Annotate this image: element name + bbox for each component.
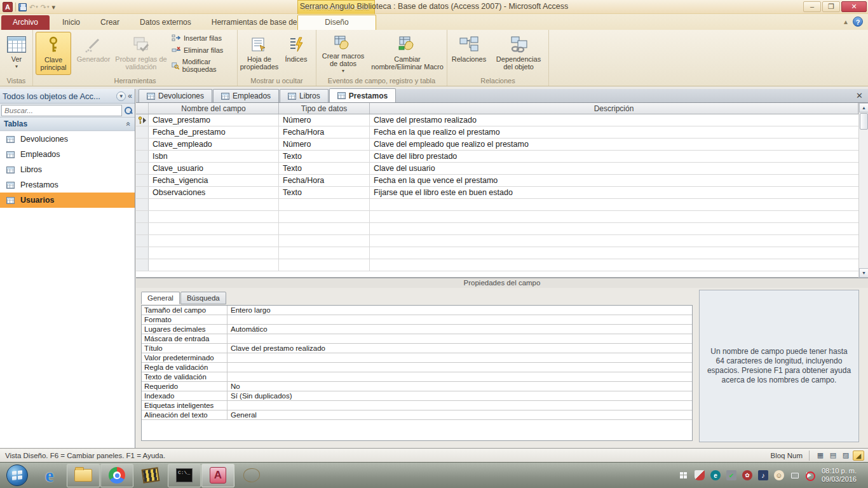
taskbar-movie-maker[interactable] — [134, 464, 167, 487]
empty-field-row[interactable] — [136, 199, 858, 211]
nav-group-tablas[interactable]: Tablas « — [0, 118, 135, 131]
nav-item-usuarios[interactable]: Usuarios — [0, 193, 135, 208]
shutter-bar-icon[interactable]: « — [128, 92, 132, 100]
tab-crear[interactable]: Crear — [90, 15, 130, 30]
field-row[interactable]: Clave_prestamo Número Clave del prestamo… — [136, 114, 858, 126]
row-selector[interactable] — [136, 163, 149, 174]
tab-busqueda[interactable]: Búsqueda — [180, 292, 226, 304]
taskbar-access[interactable]: A — [201, 464, 234, 487]
design-view-icon[interactable]: ◢ — [853, 451, 864, 461]
indices-button[interactable]: Índices — [280, 32, 313, 75]
property-row[interactable]: Máscara de entrada — [142, 334, 692, 344]
ver-button[interactable]: Ver ▾ — [0, 32, 36, 75]
row-selector[interactable] — [136, 175, 149, 186]
nav-menu-icon[interactable]: ▼ — [116, 92, 126, 101]
scroll-up-icon[interactable]: ▲ — [859, 103, 868, 112]
taskbar-command-prompt[interactable]: C:\_ — [168, 464, 201, 487]
relaciones-button[interactable]: Relaciones — [449, 32, 489, 75]
property-row[interactable]: IndexadoSí (Sin duplicados) — [142, 391, 692, 401]
clave-principal-button[interactable]: Clave principal — [36, 32, 71, 75]
tab-archivo[interactable]: Archivo — [1, 15, 50, 30]
network-display-icon[interactable] — [790, 470, 800, 480]
start-button[interactable] — [6, 464, 28, 486]
doc-tab-prestamos[interactable]: Prestamos — [329, 88, 396, 102]
field-row[interactable]: Observaciones Texto Fijarse que el libro… — [136, 187, 858, 199]
modificar-busquedas-button[interactable]: Modificar búsquedas — [172, 58, 237, 73]
tab-datos-externos[interactable]: Datos externos — [130, 15, 201, 30]
row-selector[interactable] — [136, 114, 149, 126]
empty-field-row[interactable] — [136, 223, 858, 235]
pivottable-view-icon[interactable]: ▤ — [827, 451, 839, 461]
taskbar-paint[interactable] — [235, 464, 268, 487]
close-button[interactable]: ✕ — [841, 1, 867, 12]
music-player-icon[interactable]: ♪ — [758, 470, 768, 480]
row-selector[interactable] — [136, 126, 149, 138]
nav-item-empleados[interactable]: Empleados — [0, 147, 135, 162]
tab-diseno[interactable]: Diseño — [297, 15, 376, 30]
probar-reglas-button[interactable]: Probar reglas de validación — [114, 32, 168, 75]
empty-field-row[interactable] — [136, 235, 858, 247]
nav-item-libros[interactable]: Libros — [0, 162, 135, 177]
property-row[interactable]: Regla de validación — [142, 363, 692, 372]
doc-tab-libros[interactable]: Libros — [280, 89, 329, 102]
property-row[interactable]: Texto de validación — [142, 372, 692, 382]
help-icon[interactable]: ? — [853, 17, 863, 27]
empty-field-row[interactable] — [136, 259, 858, 271]
taskbar-chrome[interactable] — [100, 464, 133, 487]
nav-item-devoluciones[interactable]: Devoluciones — [0, 132, 135, 147]
row-selector[interactable] — [136, 151, 149, 162]
collapse-ribbon-icon[interactable]: ▲ — [843, 18, 849, 25]
field-row[interactable]: Isbn Texto Clave del libro prestado — [136, 151, 858, 163]
field-row[interactable]: Clave_usuario Texto Clave del usuario — [136, 163, 858, 175]
clock[interactable]: 08:10 p. m. 09/03/2016 — [822, 467, 863, 484]
column-header-descripcion[interactable]: Descripción — [370, 103, 858, 114]
property-row[interactable]: RequeridoNo — [142, 382, 692, 391]
insertar-filas-button[interactable]: Insertar filas — [172, 34, 237, 42]
nav-pane-header[interactable]: Todos los objetos de Acc... ▼ « — [0, 89, 135, 104]
empty-field-row[interactable] — [136, 247, 858, 259]
taskbar-internet-explorer[interactable]: e — [33, 464, 66, 487]
red-app-icon[interactable]: ✿ — [742, 470, 752, 480]
tab-general[interactable]: General — [141, 292, 180, 304]
windows-flag-icon[interactable] — [679, 470, 689, 480]
field-row[interactable]: Clave_empleado Número Clave del empleado… — [136, 139, 858, 151]
property-row[interactable]: TítuloClave del prestamo realizado — [142, 344, 692, 353]
volume-muted-icon[interactable] — [806, 470, 816, 480]
tab-inicio[interactable]: Inicio — [52, 15, 90, 30]
hoja-propiedades-button[interactable]: Hoja de propiedades — [240, 32, 278, 75]
generador-button[interactable]: Generador — [72, 32, 114, 75]
property-row[interactable]: Lugares decimalesAutomático — [142, 325, 692, 334]
empty-field-row[interactable] — [136, 211, 858, 223]
search-icon[interactable] — [123, 105, 133, 116]
restore-button[interactable]: ❐ — [822, 1, 840, 12]
property-row[interactable]: Etiquetas inteligentes — [142, 401, 692, 410]
close-document-icon[interactable]: ✕ — [856, 91, 863, 100]
property-row[interactable]: Tamaño del campoEntero largo — [142, 306, 692, 315]
property-row[interactable]: Formato — [142, 315, 692, 325]
messenger-icon[interactable]: ☺ — [774, 470, 784, 480]
search-input[interactable] — [1, 105, 122, 116]
row-selector[interactable] — [136, 139, 149, 150]
eset-icon[interactable]: e — [710, 470, 721, 480]
property-row[interactable]: Alineación del textoGeneral — [142, 410, 692, 420]
vertical-scrollbar[interactable]: ▲ ▼ — [858, 103, 868, 278]
scroll-down-icon[interactable]: ▼ — [859, 268, 868, 278]
pivotchart-view-icon[interactable]: ▨ — [840, 451, 851, 461]
field-row[interactable]: Fecha_de_prestamo Fecha/Hora Fecha en la… — [136, 126, 858, 139]
security-shield-icon[interactable] — [695, 470, 705, 480]
minimize-button[interactable]: – — [803, 1, 821, 12]
datasheet-view-icon[interactable]: ▦ — [815, 451, 826, 461]
column-header-tipo[interactable]: Tipo de datos — [279, 103, 370, 114]
doc-tab-empleados[interactable]: Empleados — [213, 89, 279, 102]
cambiar-nombre-macro-button[interactable]: Cambiar nombre/Eliminar Macro — [370, 32, 445, 75]
row-selector[interactable] — [136, 187, 149, 198]
taskbar-windows-explorer[interactable] — [67, 464, 100, 487]
dependencias-button[interactable]: Dependencias del objeto — [491, 32, 546, 75]
scrollbar-thumb[interactable] — [860, 113, 868, 130]
crear-macros-button[interactable]: Crear macros de datos ▾ — [319, 32, 367, 75]
doc-tab-devoluciones[interactable]: Devoluciones — [139, 89, 212, 102]
property-row[interactable]: Valor predeterminado — [142, 353, 692, 363]
field-row[interactable]: Fecha_vigencia Fecha/Hora Fecha en la qu… — [136, 175, 858, 187]
nav-item-prestamos[interactable]: Prestamos — [0, 177, 135, 193]
column-header-nombre[interactable]: Nombre del campo — [149, 103, 279, 114]
